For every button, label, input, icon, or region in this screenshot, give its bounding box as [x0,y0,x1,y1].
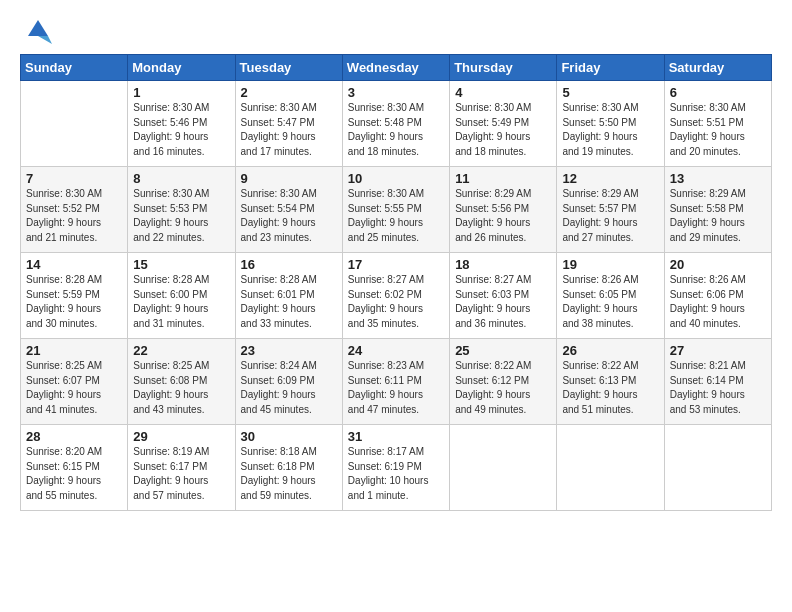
day-number: 29 [133,429,229,444]
day-number: 18 [455,257,551,272]
calendar-cell: 6Sunrise: 8:30 AM Sunset: 5:51 PM Daylig… [664,81,771,167]
day-number: 21 [26,343,122,358]
day-info: Sunrise: 8:19 AM Sunset: 6:17 PM Dayligh… [133,445,229,503]
svg-marker-0 [28,20,48,36]
day-number: 6 [670,85,766,100]
day-number: 8 [133,171,229,186]
day-number: 28 [26,429,122,444]
calendar-cell: 9Sunrise: 8:30 AM Sunset: 5:54 PM Daylig… [235,167,342,253]
weekday-header: Wednesday [342,55,449,81]
day-info: Sunrise: 8:24 AM Sunset: 6:09 PM Dayligh… [241,359,337,417]
weekday-header: Saturday [664,55,771,81]
day-info: Sunrise: 8:26 AM Sunset: 6:05 PM Dayligh… [562,273,658,331]
calendar-week-row: 21Sunrise: 8:25 AM Sunset: 6:07 PM Dayli… [21,339,772,425]
day-info: Sunrise: 8:17 AM Sunset: 6:19 PM Dayligh… [348,445,444,503]
calendar-cell: 15Sunrise: 8:28 AM Sunset: 6:00 PM Dayli… [128,253,235,339]
day-info: Sunrise: 8:23 AM Sunset: 6:11 PM Dayligh… [348,359,444,417]
day-number: 19 [562,257,658,272]
day-number: 22 [133,343,229,358]
day-number: 9 [241,171,337,186]
day-info: Sunrise: 8:30 AM Sunset: 5:55 PM Dayligh… [348,187,444,245]
day-number: 3 [348,85,444,100]
day-number: 12 [562,171,658,186]
day-number: 30 [241,429,337,444]
day-number: 1 [133,85,229,100]
day-info: Sunrise: 8:30 AM Sunset: 5:51 PM Dayligh… [670,101,766,159]
calendar-cell: 17Sunrise: 8:27 AM Sunset: 6:02 PM Dayli… [342,253,449,339]
day-info: Sunrise: 8:18 AM Sunset: 6:18 PM Dayligh… [241,445,337,503]
day-number: 15 [133,257,229,272]
day-info: Sunrise: 8:29 AM Sunset: 5:57 PM Dayligh… [562,187,658,245]
day-number: 17 [348,257,444,272]
day-info: Sunrise: 8:30 AM Sunset: 5:50 PM Dayligh… [562,101,658,159]
day-number: 2 [241,85,337,100]
calendar-table: SundayMondayTuesdayWednesdayThursdayFrid… [20,54,772,511]
day-info: Sunrise: 8:25 AM Sunset: 6:07 PM Dayligh… [26,359,122,417]
day-info: Sunrise: 8:25 AM Sunset: 6:08 PM Dayligh… [133,359,229,417]
day-info: Sunrise: 8:22 AM Sunset: 6:13 PM Dayligh… [562,359,658,417]
calendar-cell: 24Sunrise: 8:23 AM Sunset: 6:11 PM Dayli… [342,339,449,425]
day-number: 5 [562,85,658,100]
day-info: Sunrise: 8:28 AM Sunset: 5:59 PM Dayligh… [26,273,122,331]
day-number: 4 [455,85,551,100]
day-info: Sunrise: 8:26 AM Sunset: 6:06 PM Dayligh… [670,273,766,331]
day-info: Sunrise: 8:20 AM Sunset: 6:15 PM Dayligh… [26,445,122,503]
calendar-cell: 21Sunrise: 8:25 AM Sunset: 6:07 PM Dayli… [21,339,128,425]
calendar-cell: 3Sunrise: 8:30 AM Sunset: 5:48 PM Daylig… [342,81,449,167]
calendar-cell: 5Sunrise: 8:30 AM Sunset: 5:50 PM Daylig… [557,81,664,167]
day-number: 10 [348,171,444,186]
calendar-cell: 11Sunrise: 8:29 AM Sunset: 5:56 PM Dayli… [450,167,557,253]
calendar-cell: 8Sunrise: 8:30 AM Sunset: 5:53 PM Daylig… [128,167,235,253]
calendar-cell: 28Sunrise: 8:20 AM Sunset: 6:15 PM Dayli… [21,425,128,511]
calendar-cell: 19Sunrise: 8:26 AM Sunset: 6:05 PM Dayli… [557,253,664,339]
weekday-header: Friday [557,55,664,81]
day-number: 25 [455,343,551,358]
day-info: Sunrise: 8:30 AM Sunset: 5:48 PM Dayligh… [348,101,444,159]
calendar-cell: 27Sunrise: 8:21 AM Sunset: 6:14 PM Dayli… [664,339,771,425]
day-number: 7 [26,171,122,186]
weekday-header: Thursday [450,55,557,81]
calendar-cell [21,81,128,167]
day-info: Sunrise: 8:28 AM Sunset: 6:00 PM Dayligh… [133,273,229,331]
calendar-cell [664,425,771,511]
calendar-cell: 7Sunrise: 8:30 AM Sunset: 5:52 PM Daylig… [21,167,128,253]
weekday-header: Tuesday [235,55,342,81]
day-info: Sunrise: 8:30 AM Sunset: 5:54 PM Dayligh… [241,187,337,245]
day-number: 27 [670,343,766,358]
calendar-cell: 23Sunrise: 8:24 AM Sunset: 6:09 PM Dayli… [235,339,342,425]
calendar-cell: 20Sunrise: 8:26 AM Sunset: 6:06 PM Dayli… [664,253,771,339]
weekday-header: Monday [128,55,235,81]
calendar-cell: 12Sunrise: 8:29 AM Sunset: 5:57 PM Dayli… [557,167,664,253]
day-info: Sunrise: 8:30 AM Sunset: 5:49 PM Dayligh… [455,101,551,159]
calendar-cell: 1Sunrise: 8:30 AM Sunset: 5:46 PM Daylig… [128,81,235,167]
calendar-cell: 18Sunrise: 8:27 AM Sunset: 6:03 PM Dayli… [450,253,557,339]
day-number: 20 [670,257,766,272]
weekday-header: Sunday [21,55,128,81]
calendar-cell: 22Sunrise: 8:25 AM Sunset: 6:08 PM Dayli… [128,339,235,425]
calendar-week-row: 28Sunrise: 8:20 AM Sunset: 6:15 PM Dayli… [21,425,772,511]
day-info: Sunrise: 8:29 AM Sunset: 5:56 PM Dayligh… [455,187,551,245]
day-number: 14 [26,257,122,272]
day-info: Sunrise: 8:28 AM Sunset: 6:01 PM Dayligh… [241,273,337,331]
logo-icon [24,16,52,44]
day-number: 13 [670,171,766,186]
day-info: Sunrise: 8:21 AM Sunset: 6:14 PM Dayligh… [670,359,766,417]
calendar-cell: 26Sunrise: 8:22 AM Sunset: 6:13 PM Dayli… [557,339,664,425]
day-info: Sunrise: 8:30 AM Sunset: 5:46 PM Dayligh… [133,101,229,159]
day-number: 23 [241,343,337,358]
day-info: Sunrise: 8:30 AM Sunset: 5:53 PM Dayligh… [133,187,229,245]
day-info: Sunrise: 8:30 AM Sunset: 5:52 PM Dayligh… [26,187,122,245]
calendar-cell: 31Sunrise: 8:17 AM Sunset: 6:19 PM Dayli… [342,425,449,511]
calendar-cell: 13Sunrise: 8:29 AM Sunset: 5:58 PM Dayli… [664,167,771,253]
calendar-cell: 30Sunrise: 8:18 AM Sunset: 6:18 PM Dayli… [235,425,342,511]
day-info: Sunrise: 8:27 AM Sunset: 6:02 PM Dayligh… [348,273,444,331]
calendar-cell [450,425,557,511]
day-info: Sunrise: 8:22 AM Sunset: 6:12 PM Dayligh… [455,359,551,417]
calendar-week-row: 1Sunrise: 8:30 AM Sunset: 5:46 PM Daylig… [21,81,772,167]
calendar-cell: 25Sunrise: 8:22 AM Sunset: 6:12 PM Dayli… [450,339,557,425]
calendar-week-row: 7Sunrise: 8:30 AM Sunset: 5:52 PM Daylig… [21,167,772,253]
day-number: 11 [455,171,551,186]
calendar-week-row: 14Sunrise: 8:28 AM Sunset: 5:59 PM Dayli… [21,253,772,339]
calendar-cell: 10Sunrise: 8:30 AM Sunset: 5:55 PM Dayli… [342,167,449,253]
calendar-cell [557,425,664,511]
